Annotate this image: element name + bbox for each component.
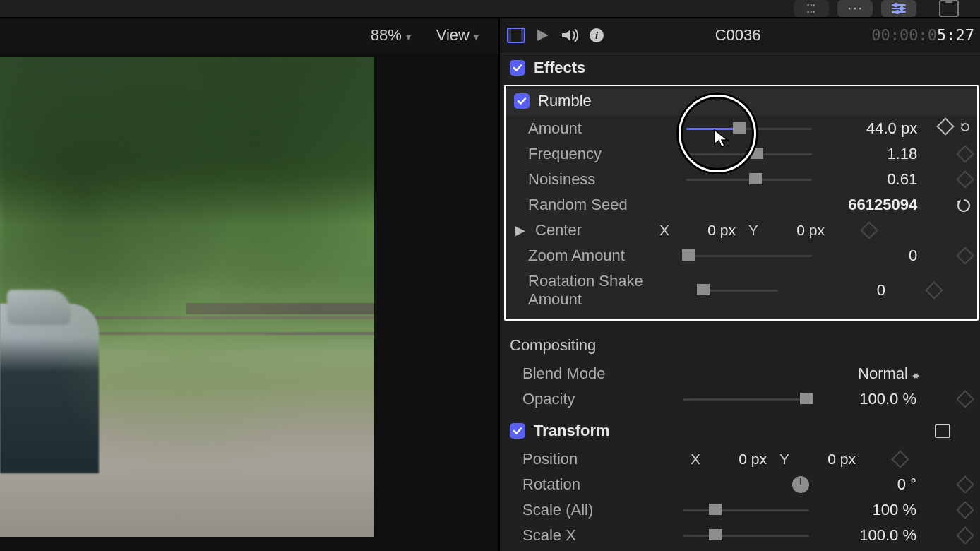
param-label: Random Seed [528, 196, 681, 214]
effects-label: Effects [534, 59, 585, 77]
regenerate-seed-icon[interactable] [950, 196, 972, 213]
rotation-value[interactable]: 0 ° [815, 475, 921, 494]
rotation-shake-slider[interactable] [700, 287, 778, 294]
rumble-checkbox[interactable] [514, 93, 530, 109]
inspector-pane: i C0036 00:00:05:27 Effects [500, 18, 980, 551]
zoom-menu[interactable]: 88%▾ [371, 26, 411, 45]
param-label: Noisiness [528, 170, 681, 189]
noisiness-value[interactable]: 0.61 [818, 170, 921, 189]
frequency-value[interactable]: 1.18 [818, 145, 921, 163]
param-label: Opacity [522, 390, 678, 408]
zoom-amount-value[interactable]: 0 [818, 247, 921, 265]
center-x-value[interactable]: 0 px [679, 222, 736, 239]
svg-point-5 [896, 11, 899, 13]
param-random-seed: Random Seed 66125094 [506, 192, 977, 218]
effect-rumble: Rumble Amount 44.0 px Frequency [504, 85, 979, 321]
opacity-slider[interactable] [683, 396, 809, 403]
blend-mode-menu[interactable]: Normal◂▸ [815, 365, 921, 383]
keyframe-icon[interactable] [956, 501, 974, 519]
effects-section-header[interactable]: Effects [500, 52, 980, 83]
list-view-button[interactable]: ▪ ▪ ▪ [837, 0, 873, 17]
x-label: X [691, 451, 700, 468]
param-frequency: Frequency 1.18 [506, 141, 977, 167]
keyframe-icon[interactable] [956, 475, 974, 493]
effect-name: Rumble [538, 92, 592, 110]
zoom-value: 88% [371, 26, 402, 44]
info-inspector-tab[interactable]: i [589, 28, 604, 43]
app-top-bar: ▪▪▪▪▪▪ ▪ ▪ ▪ [0, 0, 980, 17]
scale-all-value[interactable]: 100 % [815, 501, 921, 519]
y-label: Y [779, 451, 789, 468]
transform-checkbox[interactable] [510, 423, 525, 439]
effects-checkbox[interactable] [510, 60, 525, 76]
svg-marker-10 [562, 30, 570, 41]
keyframe-icon[interactable] [956, 247, 974, 264]
rotation-dial[interactable] [792, 476, 809, 493]
blend-mode-value: Normal [858, 365, 908, 382]
param-zoom-amount: Zoom Amount 0 [506, 243, 977, 268]
position-y-value[interactable]: 0 px [799, 451, 856, 468]
share-window-icon[interactable] [939, 0, 959, 17]
scale-x-slider[interactable] [683, 532, 809, 539]
keyframe-icon[interactable] [956, 526, 974, 544]
opacity-value[interactable]: 100.0 % [815, 390, 921, 408]
timecode-bright: 5:27 [937, 26, 974, 44]
keyframe-icon[interactable] [956, 145, 974, 162]
x-label: X [659, 222, 669, 239]
transform-header[interactable]: Transform [500, 412, 980, 446]
param-label: Amount [528, 119, 681, 138]
keyframe-icon[interactable] [956, 170, 974, 188]
keyframe-icon[interactable] [891, 450, 909, 468]
inspector-header: i C0036 00:00:05:27 [500, 18, 980, 52]
param-label: Roatation Shake Amount [528, 272, 695, 309]
video-inspector-tab[interactable] [507, 28, 525, 43]
center-y-value[interactable]: 0 px [768, 222, 825, 239]
effect-header[interactable]: Rumble [506, 89, 977, 116]
preview-frame [0, 57, 374, 537]
frequency-slider[interactable] [686, 150, 812, 158]
inspector-body: Effects Rumble Amount 44.0 px [500, 52, 980, 551]
timecode-dim: 00:00:0 [871, 26, 937, 44]
keyframe-icon[interactable] [936, 117, 954, 135]
view-label: View [436, 26, 470, 44]
param-rotation-shake: Roatation Shake Amount 0 [506, 268, 977, 312]
position-x-value[interactable]: 0 px [710, 451, 767, 468]
generator-inspector-tab[interactable] [535, 28, 551, 43]
rotation-shake-value[interactable]: 0 [784, 281, 890, 300]
param-label: Scale (All) [522, 501, 678, 519]
keyframe-icon[interactable] [860, 221, 878, 239]
scale-x-value[interactable]: 100.0 % [815, 526, 921, 545]
svg-rect-7 [508, 28, 511, 42]
onscreen-controls-icon[interactable] [935, 424, 950, 438]
compositing-header[interactable]: Compositing [500, 325, 980, 361]
keyframe-icon[interactable] [925, 281, 943, 299]
audio-inspector-tab[interactable] [561, 28, 579, 43]
thumbnail-grid-button[interactable]: ▪▪▪▪▪▪ [794, 0, 829, 17]
param-amount: Amount 44.0 px [506, 116, 977, 141]
inspector-toggle-button[interactable] [881, 0, 916, 17]
amount-slider[interactable] [686, 125, 812, 132]
param-label: Rotation [522, 475, 678, 494]
noisiness-slider[interactable] [686, 176, 812, 183]
param-position: Position X 0 px Y 0 px [500, 446, 980, 472]
param-noisiness: Noisiness 0.61 [506, 167, 977, 192]
param-scale-all: Scale (All) 100 % [500, 497, 980, 523]
chevron-down-icon: ▾ [406, 31, 411, 42]
svg-point-3 [895, 4, 897, 6]
param-label: Scale X [522, 526, 678, 545]
scale-all-slider[interactable] [683, 506, 809, 514]
param-rotation: Rotation 0 ° [500, 472, 980, 497]
disclosure-triangle-icon[interactable]: ▶ [515, 223, 527, 238]
keyframe-icon[interactable] [956, 390, 974, 408]
zoom-amount-slider[interactable] [686, 252, 812, 259]
amount-value[interactable]: 44.0 px [818, 119, 921, 138]
param-label: Position [522, 450, 678, 468]
viewer-canvas[interactable] [0, 52, 498, 551]
svg-rect-8 [521, 28, 525, 42]
compositing-label: Compositing [510, 336, 596, 355]
view-menu[interactable]: View▾ [436, 26, 479, 45]
param-label: Blend Mode [522, 365, 678, 383]
reset-icon[interactable] [959, 120, 972, 137]
svg-point-4 [900, 7, 903, 10]
random-seed-value[interactable]: 66125094 [818, 196, 921, 214]
